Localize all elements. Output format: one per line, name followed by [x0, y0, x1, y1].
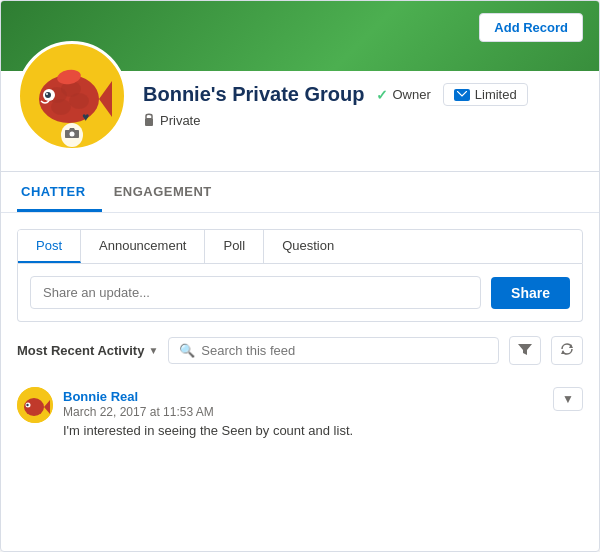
share-button[interactable]: Share — [491, 277, 570, 309]
profile-section: ♥ Bonnie's Private Group ✓ Owner — [1, 71, 599, 163]
owner-label: Owner — [392, 87, 430, 102]
group-name: Bonnie's Private Group — [143, 83, 364, 106]
check-icon: ✓ — [376, 87, 388, 103]
svg-rect-14 — [145, 118, 153, 126]
post-tab-poll[interactable]: Poll — [205, 230, 264, 263]
camera-icon[interactable] — [61, 123, 83, 147]
post-item: Bonnie Real March 22, 2017 at 11:53 AM ▼… — [17, 377, 583, 448]
post-tab-post[interactable]: Post — [18, 230, 81, 263]
post-author[interactable]: Bonnie Real — [63, 389, 138, 404]
tab-engagement[interactable]: ENGAGEMENT — [110, 172, 228, 212]
post-tab-question[interactable]: Question — [264, 230, 352, 263]
filter-button[interactable] — [509, 336, 541, 365]
svg-marker-17 — [561, 350, 565, 354]
privacy-row: Private — [143, 112, 528, 129]
svg-point-3 — [69, 93, 89, 109]
post-content: Bonnie Real March 22, 2017 at 11:53 AM ▼… — [63, 387, 583, 438]
post-tabs: Post Announcement Poll Question — [17, 229, 583, 264]
profile-info: Bonnie's Private Group ✓ Owner Limited P… — [143, 71, 528, 129]
post-header: Bonnie Real March 22, 2017 at 11:53 AM ▼ — [63, 387, 583, 419]
search-feed-input[interactable] — [201, 343, 488, 358]
activity-bar: Most Recent Activity ▼ 🔍 — [17, 336, 583, 365]
main-content: Post Announcement Poll Question Share Mo… — [1, 212, 599, 464]
svg-marker-5 — [99, 81, 112, 117]
owner-badge: ✓ Owner — [376, 87, 430, 103]
svg-point-12 — [70, 132, 75, 137]
refresh-button[interactable] — [551, 336, 583, 365]
tab-chatter[interactable]: CHATTER — [17, 172, 102, 212]
svg-point-4 — [51, 99, 71, 115]
post-timestamp: March 22, 2017 at 11:53 AM — [63, 405, 214, 419]
limited-label: Limited — [475, 87, 517, 102]
add-record-button[interactable]: Add Record — [479, 13, 583, 42]
svg-marker-15 — [518, 344, 532, 355]
app-container: Add Record — [0, 0, 600, 552]
dropdown-arrow-icon: ▼ — [148, 345, 158, 356]
lock-icon — [143, 112, 155, 129]
svg-point-8 — [45, 92, 51, 98]
post-dropdown-button[interactable]: ▼ — [553, 387, 583, 411]
search-icon: 🔍 — [179, 343, 195, 358]
post-avatar — [17, 387, 53, 423]
share-input[interactable] — [30, 276, 481, 309]
privacy-label: Private — [160, 113, 200, 128]
post-text: I'm interested in seeing the Seen by cou… — [63, 423, 583, 438]
post-tab-announcement[interactable]: Announcement — [81, 230, 205, 263]
profile-name-row: Bonnie's Private Group ✓ Owner Limited — [143, 83, 528, 106]
activity-dropdown[interactable]: Most Recent Activity ▼ — [17, 343, 158, 358]
svg-text:♥: ♥ — [82, 110, 89, 124]
svg-point-21 — [26, 404, 28, 406]
avatar-wrapper: ♥ — [17, 41, 127, 151]
share-box: Share — [17, 264, 583, 322]
search-feed-box: 🔍 — [168, 337, 499, 364]
limited-badge[interactable]: Limited — [443, 83, 528, 106]
svg-point-9 — [46, 93, 48, 95]
tabs-section: CHATTER ENGAGEMENT — [1, 171, 599, 212]
activity-dropdown-label: Most Recent Activity — [17, 343, 144, 358]
email-icon — [454, 89, 470, 101]
